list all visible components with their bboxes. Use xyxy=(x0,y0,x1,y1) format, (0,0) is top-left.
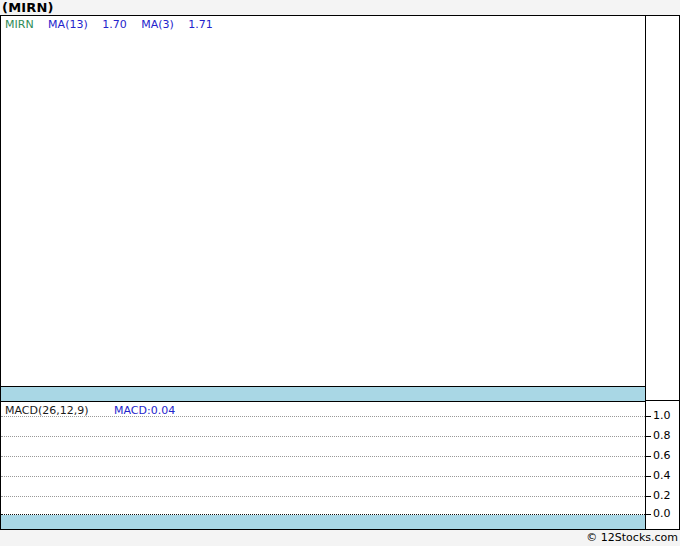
legend-ma3-value: 1.71 xyxy=(188,18,213,31)
tick-mark-icon xyxy=(646,514,651,515)
macd-axis-tick: 1.0 xyxy=(646,409,671,423)
legend-ma3-label: MA(3) xyxy=(141,18,174,31)
macd-gridline xyxy=(1,476,645,477)
stock-chart-page: (MIRN) MIRN MA(13) 1.70 MA(3) 1.71 MACD(… xyxy=(0,0,680,546)
macd-axis-tick-label: 0.4 xyxy=(653,469,671,482)
price-axis-area xyxy=(645,15,680,401)
chart-title: (MIRN) xyxy=(2,0,54,15)
macd-panel: MACD(26,12,9) MACD:0.04 xyxy=(0,401,646,530)
tick-mark-icon xyxy=(646,416,651,417)
legend-ma13-label: MA(13) xyxy=(48,18,88,31)
macd-axis-tick-label: 0.8 xyxy=(653,429,671,442)
legend-ma13-value: 1.70 xyxy=(102,18,127,31)
macd-axis-tick-label: 1.0 xyxy=(653,409,671,422)
price-legend: MIRN MA(13) 1.70 MA(3) 1.71 xyxy=(5,18,213,31)
macd-axis-tick-label: 0.0 xyxy=(653,507,671,520)
macd-axis-tick: 0.8 xyxy=(646,429,671,443)
macd-axis-tick: 0.6 xyxy=(646,449,671,463)
tick-mark-icon xyxy=(646,436,651,437)
macd-label: MACD(26,12,9) xyxy=(5,404,89,417)
price-chart-panel: MIRN MA(13) 1.70 MA(3) 1.71 xyxy=(0,15,646,387)
footer: © 12Stocks.com xyxy=(0,530,680,546)
macd-legend: MACD(26,12,9) MACD:0.04 xyxy=(5,404,175,417)
macd-axis-tick-label: 0.6 xyxy=(653,449,671,462)
credit-text: © 12Stocks.com xyxy=(586,531,680,544)
macd-axis-tick: 0.4 xyxy=(646,469,671,483)
macd-axis-tick: 0.2 xyxy=(646,489,671,503)
legend-symbol: MIRN xyxy=(5,18,34,31)
macd-gridline xyxy=(1,496,645,497)
tick-mark-icon xyxy=(646,456,651,457)
macd-axis-tick: 0.0 xyxy=(646,507,671,521)
tick-mark-icon xyxy=(646,496,651,497)
highlight-band-price xyxy=(0,386,646,402)
macd-axis-tick-label: 0.2 xyxy=(653,489,671,502)
macd-gridline xyxy=(1,456,645,457)
macd-gridline xyxy=(1,436,645,437)
macd-value: MACD:0.04 xyxy=(114,404,175,417)
tick-mark-icon xyxy=(646,476,651,477)
macd-axis-area: 1.00.80.60.40.20.0 xyxy=(645,400,680,530)
highlight-band-macd xyxy=(1,515,645,529)
